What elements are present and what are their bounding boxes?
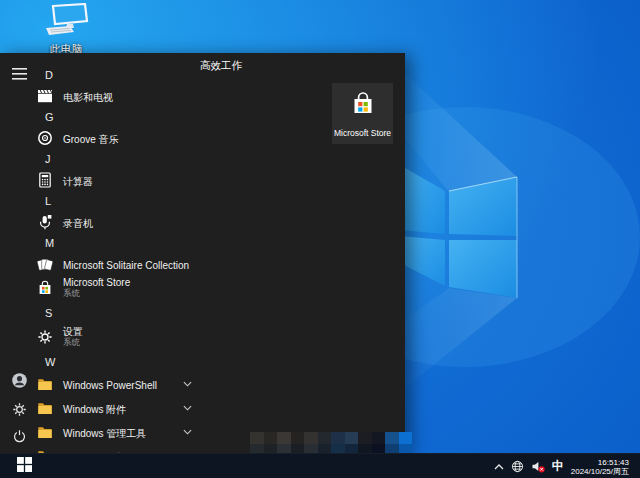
app-item-groove-music[interactable]: Groove 音乐 [36,127,205,148]
app-item-settings[interactable]: 设置系统 [36,323,205,351]
app-item-sublabel: 系统 [63,337,83,348]
app-item-solitaire-collection[interactable]: Microsoft Solitaire Collection [36,253,205,274]
app-item-label: Windows 管理工具 [63,428,146,439]
section-m[interactable]: M [36,232,205,253]
section-g[interactable]: G [36,106,205,127]
network-globe-icon[interactable] [511,460,524,473]
app-item-calculator[interactable]: 计算器 [36,169,205,190]
volume-muted-icon[interactable] [531,460,545,473]
section-letter: J [45,153,51,165]
power-button[interactable] [10,429,28,447]
this-pc-icon [43,23,89,40]
app-item-label: 录音机 [63,218,93,229]
app-item-microsoft-store[interactable]: Microsoft Store系统 [36,274,205,302]
app-item-label: Groove 音乐 [63,134,119,145]
app-item-windows-ease-of-access[interactable]: Windows 轻松使用 [36,444,205,453]
user-icon [11,372,28,393]
app-item-windows-powershell[interactable]: Windows PowerShell [36,372,205,396]
tile-area: 高效工作 Microsoft Store [200,59,400,84]
app-item-label: Windows 附件 [63,404,126,415]
groove-music-icon [37,130,53,146]
user-account-button[interactable] [10,373,28,391]
clock-date: 2024/10/25/周五 [571,467,629,476]
blurred-watermark [250,432,412,453]
section-letter: G [45,111,54,123]
app-item-label: 电影和电视 [63,92,113,103]
tile-microsoft-store[interactable]: Microsoft Store [332,83,393,144]
menu-expand-button[interactable] [10,66,28,84]
section-d[interactable]: D [36,64,205,85]
tile-label: Microsoft Store [334,128,391,138]
clock-time: 16:51:43 [571,458,629,467]
start-menu-rail [0,53,36,453]
app-item-windows-admin-tools[interactable]: Windows 管理工具 [36,420,205,444]
solitaire-icon [37,256,53,272]
movies-tv-icon [37,88,53,104]
section-letter: L [45,195,51,207]
chevron-down-icon [183,405,192,411]
app-item-movies-tv[interactable]: 电影和电视 [36,85,205,106]
start-button[interactable] [0,454,48,478]
start-menu-app-list: D电影和电视GGroove 音乐J计算器L录音机MMicrosoft Solit… [36,53,205,453]
section-letter: W [45,356,55,368]
chevron-down-icon [183,429,192,435]
section-s[interactable]: S [36,302,205,323]
folder-icon [37,376,53,392]
section-letter: M [45,237,54,249]
gear-icon [12,402,27,421]
section-l[interactable]: L [36,190,205,211]
taskbar-clock[interactable]: 16:51:43 2024/10/25/周五 [571,458,629,476]
hamburger-menu-icon [12,66,27,84]
ime-indicator[interactable]: 中 [552,454,564,478]
power-icon [12,429,27,448]
start-menu: D电影和电视GGroove 音乐J计算器L录音机MMicrosoft Solit… [0,53,405,453]
section-j[interactable]: J [36,148,205,169]
app-item-windows-accessories[interactable]: Windows 附件 [36,396,205,420]
section-letter: S [45,307,52,319]
app-item-sublabel: 系统 [63,288,130,299]
taskbar: 中 16:51:43 2024/10/25/周五 [0,453,640,478]
screen: 此电脑 [0,0,640,478]
store-icon [37,280,53,296]
app-item-label: 设置 [63,326,83,337]
store-icon [350,89,376,121]
voice-recorder-icon [37,214,53,230]
app-item-label: Microsoft Solitaire Collection [63,260,189,271]
folder-icon [37,424,53,440]
rail-settings-button[interactable] [10,402,28,420]
tile-group-title[interactable]: 高效工作 [200,59,400,73]
calculator-icon [37,172,53,188]
section-w[interactable]: W [36,351,205,372]
chevron-down-icon [183,381,192,387]
app-item-label: Microsoft Store [63,277,130,288]
app-item-label: 计算器 [63,176,93,187]
windows-logo-icon [17,457,32,476]
hidden-icons-chevron-icon[interactable] [494,464,504,470]
folder-icon [37,400,53,416]
settings-icon [37,329,53,345]
system-tray: 中 16:51:43 2024/10/25/周五 [494,454,629,478]
app-item-label: Windows PowerShell [63,380,157,391]
app-item-voice-recorder[interactable]: 录音机 [36,211,205,232]
desktop-icon-this-pc[interactable]: 此电脑 [36,3,96,57]
section-letter: D [45,69,53,81]
